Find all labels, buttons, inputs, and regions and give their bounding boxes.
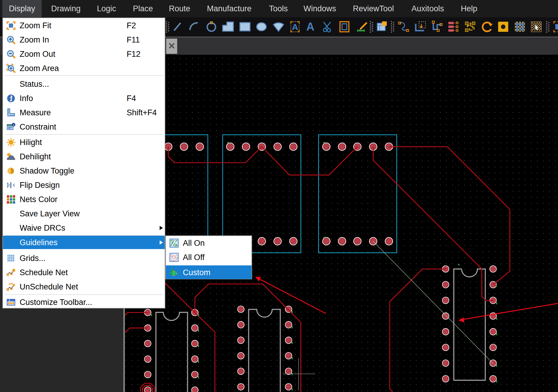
svg-text:A: A bbox=[306, 21, 314, 33]
svg-text:A: A bbox=[292, 22, 298, 32]
